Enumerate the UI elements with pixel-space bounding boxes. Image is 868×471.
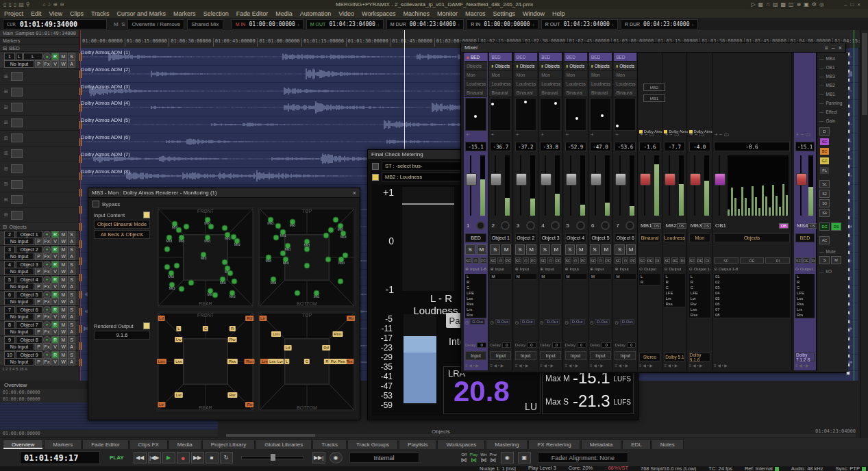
w-button[interactable]: W xyxy=(60,268,67,275)
record-button[interactable] xyxy=(625,221,634,230)
send-slot-mon[interactable]: Mon xyxy=(565,71,587,79)
section-panning[interactable]: —Panning xyxy=(819,99,848,107)
section-ob1[interactable]: —OB1 xyxy=(819,63,848,72)
record-button[interactable] xyxy=(576,221,585,230)
r-button[interactable]: R xyxy=(51,53,59,60)
record-arm-button[interactable]: ● xyxy=(43,261,51,268)
s-button[interactable]: S xyxy=(490,244,500,255)
fx-button[interactable]: Fx xyxy=(43,60,51,68)
input-button[interactable]: Input xyxy=(565,351,586,360)
tab-markers[interactable]: Markers xyxy=(44,440,82,449)
s-button[interactable]: S xyxy=(68,276,75,283)
dc-button[interactable]: DC xyxy=(819,222,830,231)
m-button[interactable]: M xyxy=(501,244,512,255)
menu-item-workspaces[interactable]: Workspaces xyxy=(362,10,395,17)
automation-off-button[interactable]: Off⋈ xyxy=(461,453,467,463)
s-button[interactable]: S xyxy=(68,321,75,329)
track-name-field[interactable]: Object 5 xyxy=(16,291,42,298)
track-header-7[interactable]: 7Object 6●RMSNo InputPFxVWA xyxy=(0,306,79,321)
record-button[interactable] xyxy=(526,221,535,230)
record-arm-button[interactable]: ● xyxy=(43,291,51,298)
track-name-field[interactable]: L xyxy=(23,53,42,60)
input-button[interactable]: Input xyxy=(515,351,536,360)
direct-out[interactable]: ◷D.Out xyxy=(565,318,586,325)
filter-button[interactable]: ∅ xyxy=(473,257,479,264)
output-assign[interactable]: ⊙Output xyxy=(664,266,685,272)
filter-button[interactable]: SF xyxy=(490,257,496,264)
loudness-checkbox[interactable] xyxy=(372,174,379,181)
file-toolbar-icons[interactable]: ▯▯▯▤⚲ ⌕⌕⊕⊖ xyxy=(3,1,66,8)
send-slot-objects[interactable]: Objects xyxy=(464,62,487,71)
close-icon[interactable]: × xyxy=(353,190,356,196)
bus-re-button[interactable]: RE xyxy=(647,257,654,264)
object-dot[interactable] xyxy=(175,227,182,233)
bus-strip-MB3[interactable]: Dolby Atmos+ − ▭-4.0MB3OSMonSFREDI⊙Outpu… xyxy=(688,53,712,370)
collapsed-track[interactable]: ⊞ xyxy=(0,177,79,193)
strip-scroll[interactable]: ≡ ◀ ▪ ▶ xyxy=(565,362,586,368)
toolbar-field-r-in[interactable]: R IN01:00:00:00000↕ xyxy=(467,19,538,29)
input-select[interactable]: No Input xyxy=(4,283,34,290)
a-button[interactable]: A xyxy=(68,343,75,351)
send-slot-loudness[interactable]: Loudness xyxy=(464,79,487,88)
track-header-3[interactable]: 3Object 2●RMSNo InputPFxVWA xyxy=(0,246,79,261)
menu-item-settings[interactable]: Settings xyxy=(493,10,516,17)
record-arm-button[interactable]: ● xyxy=(43,321,51,329)
object-dot[interactable] xyxy=(328,227,334,233)
v-button[interactable]: V xyxy=(51,298,59,305)
record-arm-button[interactable]: ● xyxy=(43,276,51,283)
record-arm-button[interactable]: ● xyxy=(43,53,51,60)
menu-item-help[interactable]: Help xyxy=(552,10,565,17)
menu-item-project[interactable]: Project xyxy=(4,10,23,17)
input-select[interactable]: No Input xyxy=(4,268,34,275)
s-button[interactable]: S xyxy=(68,336,75,344)
bus-output-label[interactable]: Dolby 9.1.6 xyxy=(689,353,710,361)
object-dot[interactable] xyxy=(323,233,330,239)
fader-value[interactable]: -52.9 xyxy=(565,142,586,151)
object-dot[interactable] xyxy=(275,222,282,229)
r-button[interactable]: R xyxy=(51,276,59,283)
input-button[interactable]: Input xyxy=(540,351,561,360)
fader-handle[interactable] xyxy=(615,173,626,186)
automation-prw-button[interactable]: Prw⋈ xyxy=(490,453,497,463)
s2-button[interactable]: S2 xyxy=(819,190,830,198)
collapsed-track[interactable]: ⊞ xyxy=(0,116,79,131)
object-dot[interactable] xyxy=(280,251,286,257)
tab-playlists[interactable]: Playlists xyxy=(399,440,436,449)
collapsed-track[interactable]: ⊞ xyxy=(0,69,79,85)
object-dot[interactable] xyxy=(174,262,180,268)
tab-notes[interactable]: Notes xyxy=(652,440,684,449)
track-name-field[interactable]: Object 3 xyxy=(16,261,42,268)
strip-scroll[interactable]: ≡ ◀ ▪ ▶ xyxy=(515,362,536,368)
shuttle-slider[interactable] xyxy=(241,456,304,459)
filter-button[interactable]: SF xyxy=(565,257,571,264)
fx-button[interactable]: Fx xyxy=(43,283,51,290)
s-button[interactable]: S xyxy=(68,53,75,60)
direct-out[interactable]: ◷D.Out xyxy=(590,318,611,325)
objects-group-header[interactable]: ⊟Objects xyxy=(0,223,79,231)
v-button[interactable]: V xyxy=(51,283,59,290)
menu-item-monitor[interactable]: Monitor xyxy=(437,10,458,17)
send-slot-mon[interactable]: Mon xyxy=(489,71,512,79)
add-effect-button[interactable]: + xyxy=(491,131,494,138)
strip-scroll[interactable]: ≡ ◀ ▪ ▶ xyxy=(664,362,685,368)
fader-handle[interactable] xyxy=(796,173,807,186)
tab-fx-rendering[interactable]: FX Rendering xyxy=(528,440,580,449)
w-button[interactable]: W xyxy=(60,283,67,290)
s-button[interactable]: S xyxy=(68,246,75,253)
strip-name[interactable]: Object 5 xyxy=(590,233,611,242)
s-button[interactable]: S xyxy=(68,261,75,268)
add-effect-button[interactable]: + − ▭ xyxy=(690,131,704,138)
menu-item-markers[interactable]: Markers xyxy=(173,10,196,17)
strip-name[interactable]: Object 4 xyxy=(565,233,586,242)
m-button[interactable]: M xyxy=(60,276,67,283)
mix-mode[interactable]: Shared Mix xyxy=(187,19,223,29)
filter-button[interactable]: PF xyxy=(580,257,586,264)
pan-position-dot[interactable] xyxy=(524,101,527,103)
record-button[interactable] xyxy=(551,221,560,230)
track-header-8[interactable]: 8Object 7●RMSNo InputPFxVWA xyxy=(0,321,79,336)
delay-control[interactable]: Delay0 xyxy=(515,342,536,348)
strip-name[interactable]: Object 1 xyxy=(490,233,511,242)
fader-handle[interactable] xyxy=(591,173,602,186)
filter-button[interactable]: ∅ xyxy=(523,257,529,264)
fader-value[interactable]: -36.7 xyxy=(490,142,511,151)
